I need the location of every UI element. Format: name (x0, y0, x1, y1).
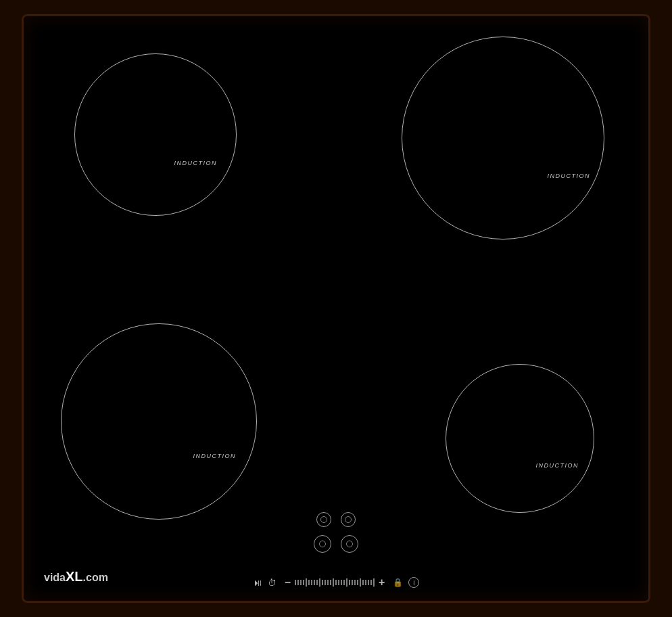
burner-bottom-right[interactable]: INDUCTION (446, 364, 594, 513)
knob-top-left[interactable] (316, 512, 331, 527)
burner-top-left-label: INDUCTION (174, 160, 218, 166)
brand-logo: vidaXL.com (44, 569, 108, 585)
burner-bottom-left-label: INDUCTION (193, 453, 237, 459)
lock-icon[interactable]: 🔒 (393, 578, 403, 587)
burner-top-right-label: INDUCTION (548, 173, 591, 179)
knob-bottom-right[interactable] (341, 535, 358, 553)
burner-top-left[interactable]: INDUCTION (74, 53, 237, 216)
brand-xl: XL (66, 569, 83, 584)
burner-bottom-left[interactable]: INDUCTION (61, 323, 257, 520)
plus-button[interactable]: + (379, 576, 385, 589)
play-pause-icon[interactable]: ⏯ (253, 577, 262, 588)
burner-top-right[interactable]: INDUCTION (402, 37, 604, 239)
brand-name: vida (44, 572, 66, 583)
knob-row-top (316, 512, 356, 527)
info-icon[interactable]: i (408, 577, 419, 588)
control-panel: ⏯ ⏱ − + 🔒 i (24, 576, 648, 589)
knob-bottom-left[interactable] (314, 535, 331, 553)
brand-domain: .com (83, 572, 108, 583)
knob-top-right[interactable] (341, 512, 356, 527)
minus-button[interactable]: − (285, 576, 291, 589)
clock-icon[interactable]: ⏱ (268, 578, 277, 588)
knob-row-bottom (314, 535, 358, 553)
burner-bottom-right-label: INDUCTION (536, 462, 579, 469)
induction-cooktop: INDUCTION INDUCTION INDUCTION INDUCTION … (22, 14, 650, 603)
slider-control[interactable] (295, 578, 375, 587)
